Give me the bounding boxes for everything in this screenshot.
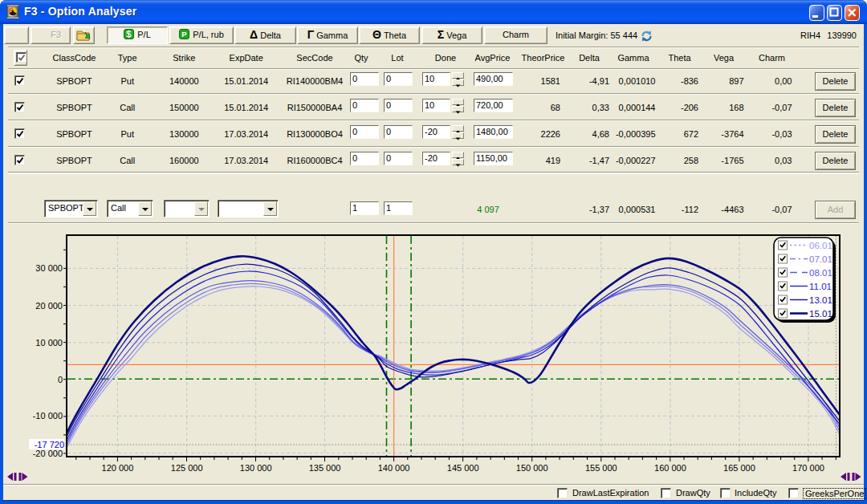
svg-text:145 000: 145 000 <box>447 463 479 473</box>
svg-text:155 000: 155 000 <box>585 463 617 473</box>
svg-text:0: 0 <box>58 375 63 384</box>
svg-text:125 000: 125 000 <box>171 463 203 473</box>
svg-text:140 000: 140 000 <box>378 463 410 473</box>
svg-text:-17 720: -17 720 <box>35 440 64 449</box>
svg-text:150 000: 150 000 <box>516 463 548 473</box>
svg-text:30 000: 30 000 <box>35 263 63 273</box>
svg-text:170 000: 170 000 <box>792 463 824 473</box>
svg-text:-10 000: -10 000 <box>33 411 63 421</box>
svg-text:15.01: 15.01 <box>809 309 832 319</box>
svg-text:20 000: 20 000 <box>35 301 63 311</box>
svg-text:160 000: 160 000 <box>654 463 686 473</box>
svg-text:130 000: 130 000 <box>240 463 272 473</box>
svg-text:07.01: 07.01 <box>809 254 832 264</box>
svg-text:165 000: 165 000 <box>723 463 755 473</box>
svg-text:120 000: 120 000 <box>102 463 134 473</box>
svg-text:10 000: 10 000 <box>35 338 63 348</box>
svg-text:-20 000: -20 000 <box>33 449 63 458</box>
svg-text:11.01: 11.01 <box>809 282 832 291</box>
svg-text:13.01: 13.01 <box>809 295 832 305</box>
svg-text:06.01: 06.01 <box>809 241 832 250</box>
svg-text:135 000: 135 000 <box>309 463 341 473</box>
svg-text:08.01: 08.01 <box>809 268 832 278</box>
